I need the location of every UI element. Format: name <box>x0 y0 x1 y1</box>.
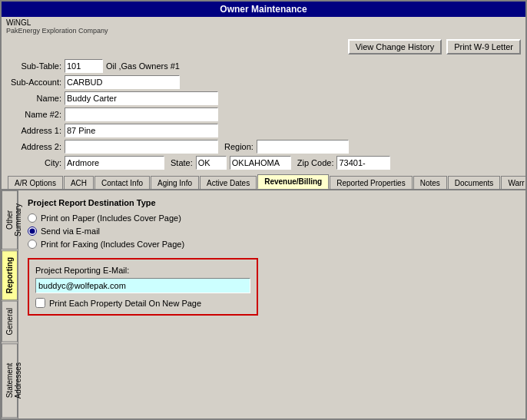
radio-email-label: Send via E-mail <box>41 227 100 236</box>
tab-aging-info[interactable]: Aging Info <box>151 176 199 190</box>
zip-input[interactable] <box>336 156 390 170</box>
radio-email-input[interactable] <box>28 227 37 236</box>
city-label: City: <box>8 158 61 167</box>
address2-region-row: Address 2: Region: <box>8 140 519 154</box>
zip-label: Zip Code: <box>297 158 334 167</box>
company-name: PakEnergy Exploration Company <box>6 27 521 35</box>
state-desc-input[interactable] <box>230 156 291 170</box>
tab-documents[interactable]: Documents <box>448 176 501 190</box>
tab-ach[interactable]: ACH <box>64 176 94 190</box>
name2-input[interactable] <box>65 107 218 121</box>
name2-row: Name #2: <box>8 107 519 121</box>
side-tab-reporting[interactable]: Reporting <box>2 250 18 300</box>
print-each-property-label: Print Each Property Detail On New Page <box>49 299 201 308</box>
app-header: WiNGL PakEnergy Exploration Company <box>2 17 525 36</box>
radio-fax-label: Print for Faxing (Includes Cover Page) <box>41 240 184 249</box>
name-input[interactable] <box>65 91 218 105</box>
tab-contact-info[interactable]: Contact Info <box>94 176 150 190</box>
address2-input[interactable] <box>65 140 218 154</box>
main-window: Owner Maintenance WiNGL PakEnergy Explor… <box>0 0 527 420</box>
address1-row: Address 1: <box>8 124 519 137</box>
region-input[interactable] <box>257 140 349 154</box>
side-tabs: Other Summary Reporting General Statemen… <box>2 190 18 418</box>
email-label: Project Reporting E-Mail: <box>35 266 250 275</box>
sub-account-label: Sub-Account: <box>8 78 61 87</box>
address1-input[interactable] <box>65 124 218 137</box>
view-change-history-button[interactable]: View Change History <box>348 39 442 55</box>
content-panel: Project Report Destination Type Print on… <box>18 190 525 418</box>
app-name: WiNGL <box>6 18 521 27</box>
radio-group: Print on Paper (Includes Cover Page) Sen… <box>28 213 516 249</box>
tab-reported-properties[interactable]: Reported Properties <box>330 176 413 190</box>
tab-active-dates[interactable]: Active Dates <box>200 176 257 190</box>
print-each-property-row[interactable]: Print Each Property Detail On New Page <box>35 298 250 308</box>
address1-label: Address 1: <box>8 126 61 135</box>
sub-table-label: Sub-Table: <box>8 61 61 71</box>
title-bar: Owner Maintenance <box>2 2 525 17</box>
sub-table-row: Sub-Table: Oil ,Gas Owners #1 <box>8 59 519 73</box>
radio-print-paper-label: Print on Paper (Includes Cover Page) <box>41 213 181 223</box>
side-tab-other-summary[interactable]: Other Summary <box>2 190 18 250</box>
side-tab-statement-addresses[interactable]: Statement Addresses <box>2 343 18 418</box>
email-section: Project Reporting E-Mail: Print Each Pro… <box>28 258 258 316</box>
sub-table-input[interactable] <box>65 59 103 73</box>
radio-fax-input[interactable] <box>28 240 37 249</box>
toolbar: View Change History Print W-9 Letter <box>2 36 525 58</box>
sub-table-desc: Oil ,Gas Owners #1 <box>106 61 180 71</box>
city-state-zip-row: City: State: Zip Code: <box>8 156 519 170</box>
main-content: Other Summary Reporting General Statemen… <box>2 190 525 418</box>
form-area: Sub-Table: Oil ,Gas Owners #1 Sub-Accoun… <box>2 58 525 174</box>
name-label: Name: <box>8 94 61 103</box>
print-each-property-checkbox[interactable] <box>35 298 45 308</box>
side-tab-general[interactable]: General <box>2 301 18 342</box>
tab-notes[interactable]: Notes <box>413 176 447 190</box>
tabs-bar: A/R Options ACH Contact Info Aging Info … <box>2 174 525 190</box>
city-input[interactable] <box>65 156 164 170</box>
radio-print-paper-input[interactable] <box>28 213 37 223</box>
window-title: Owner Maintenance <box>220 4 307 15</box>
sub-account-input[interactable] <box>65 75 180 89</box>
radio-print-paper[interactable]: Print on Paper (Includes Cover Page) <box>28 213 516 223</box>
state-input[interactable] <box>196 156 227 170</box>
address2-label: Address 2: <box>8 142 61 151</box>
region-label: Region: <box>224 142 254 151</box>
email-input[interactable] <box>35 278 250 293</box>
tab-revenue-billing[interactable]: Revenue/Billing <box>257 174 329 190</box>
name2-label: Name #2: <box>8 110 61 119</box>
section-title: Project Report Destination Type <box>28 198 516 207</box>
tab-ar-options[interactable]: A/R Options <box>8 176 63 190</box>
tab-warr[interactable]: Warr <box>501 176 525 190</box>
name-row: Name: <box>8 91 519 105</box>
radio-email[interactable]: Send via E-mail <box>28 227 516 236</box>
print-w9-button[interactable]: Print W-9 Letter <box>446 39 521 55</box>
sub-account-row: Sub-Account: <box>8 75 519 89</box>
radio-fax[interactable]: Print for Faxing (Includes Cover Page) <box>28 240 516 249</box>
state-label: State: <box>171 158 193 167</box>
